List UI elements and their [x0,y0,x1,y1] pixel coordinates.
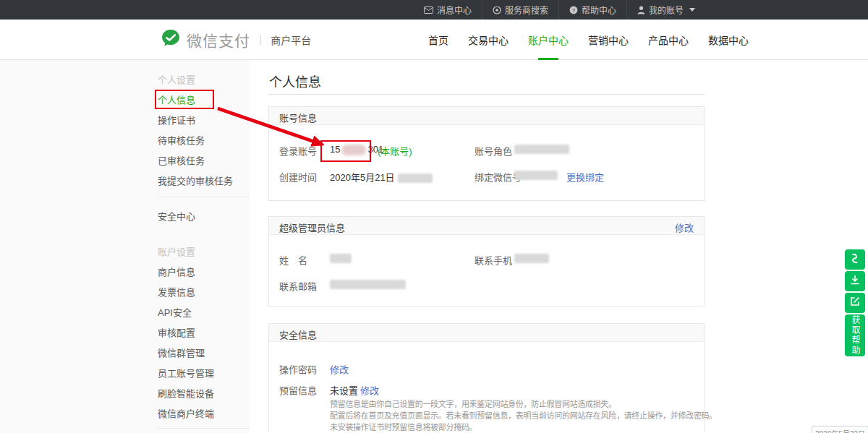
sidebar-item-my-submitted-tasks[interactable]: 我提交的审核任务 [158,173,233,187]
sidebar-item-api-security[interactable]: API安全 [158,305,192,319]
help-center-item[interactable]: ? 帮助中心 [558,0,626,20]
service-provider-search-item[interactable]: 服务商搜索 [482,0,558,20]
header: 微信支付 | 商户平台 首页 交易中心 账户中心 营销中心 产品中心 数据中心 [0,20,868,60]
reserved-info-notes: 预留信息是由你自己设置的一段文字，用来鉴定网站身份，防止假冒网站造成损失。 配置… [330,398,717,433]
svg-text:?: ? [572,7,576,14]
sidebar-item-reviewed-tasks[interactable]: 已审核任务 [158,153,205,167]
message-center-label: 消息中心 [437,4,472,16]
sidebar-item-merchant-info[interactable]: 商户信息 [158,265,195,278]
title-rule [269,94,705,95]
wechat-pay-logo-icon [161,28,181,51]
account-info-title: 账号信息 [279,111,317,124]
security-info-title: 安全信息 [279,327,317,341]
my-account-item[interactable]: 我的账号 [626,0,705,20]
my-account-label: 我的账号 [649,4,684,16]
account-info-card-header: 账号信息 [269,107,704,125]
download-icon [850,275,860,288]
topbar-menu: 消息中心 服务商搜索 ? 帮助中心 我的账号 [414,0,705,20]
super-admin-title: 超级管理员信息 [279,220,345,234]
change-binding-link[interactable]: 更换绑定 [566,170,604,184]
security-info-card: 安全信息 操作密码 修改 预留信息 未设置 修改 预留信息是由你自己设置的一段文… [268,323,705,433]
sidebar-item-personal-info[interactable]: 个人信息 [158,93,195,106]
masked-email [330,280,406,289]
sidebar-item-invoice-info[interactable]: 发票信息 [158,285,195,299]
hotline-icon [850,253,860,267]
account-role-label: 账号角色 [475,144,512,158]
brand[interactable]: 微信支付 | 商户平台 [161,20,311,60]
created-time-label: 创建时间 [279,170,317,184]
message-center-item[interactable]: 消息中心 [414,0,482,20]
sidebar-group-personal-settings: 个人设置 [158,72,195,86]
current-account-tag: (本账号) [378,144,412,158]
get-help-label: 获取帮助 [851,315,859,356]
note-line: 未安装操作证书时预留信息将被部分掩码。 [330,421,717,433]
question-icon: ? [569,6,578,14]
active-nav-underline [538,58,558,60]
chevron-down-icon [689,8,695,12]
super-admin-card-header: 超级管理员信息 修改 [269,217,704,235]
sidebar-group-account-settings: 账户设置 [158,244,195,258]
page-title: 个人信息 [269,72,321,90]
sidebar-item-pending-review-tasks[interactable]: 待审核任务 [158,133,205,147]
merchant-platform-page: 消息中心 服务商搜索 ? 帮助中心 我的账号 [0,0,868,433]
sidebar-item-wechat-group-mgmt[interactable]: 微信群管理 [158,346,205,359]
feedback-button[interactable] [845,293,865,313]
note-line: 预留信息是由你自己设置的一段文字，用来鉴定网站身份，防止假冒网站造成损失。 [330,398,717,410]
masked-wechat-id [514,171,558,180]
portal-name: 商户平台 [271,33,311,47]
nav-account-center[interactable]: 账户中心 [528,20,569,60]
user-icon [637,6,645,14]
service-provider-search-label: 服务商搜索 [505,4,548,16]
super-admin-card: 超级管理员信息 修改 姓 名 联系手机 联系邮箱 [268,216,705,306]
get-help-button[interactable]: 获取帮助 [845,314,865,356]
sidebar-item-review-config[interactable]: 审核配置 [158,325,195,339]
main-nav: 首页 交易中心 账户中心 营销中心 产品中心 数据中心 [428,20,749,60]
brand-divider: | [259,33,262,46]
nav-home[interactable]: 首页 [428,20,448,60]
help-center-label: 帮助中心 [582,4,616,16]
floating-help-widget: 获取帮助 [845,249,865,356]
note-line: 配置后将在首页及充值页面显示。若未看到预留信息，表明当前访问的网站存在风险，请终… [330,410,717,421]
security-info-card-header: 安全信息 [269,324,704,342]
sidebar-item-operation-certificate[interactable]: 操作证书 [158,113,195,127]
operation-password-label: 操作密码 [279,362,317,376]
edit-icon [850,296,860,309]
contact-phone-label: 联系手机 [475,253,512,267]
reserved-info-value: 未设置 [330,383,358,397]
sidebar-item-face-smart-device[interactable]: 刷脸智能设备 [158,386,214,400]
search-icon [493,6,501,14]
created-time-value: 2020年5月21日 [330,170,433,184]
masked-created-time [398,173,433,183]
hotline-button[interactable] [845,249,865,270]
sidebar-item-staff-account-mgmt[interactable]: 员工账号管理 [158,366,214,380]
masked-login-digits [341,145,366,155]
masked-phone [514,254,549,263]
contact-email-label: 联系邮箱 [279,279,317,293]
brand-name: 微信支付 [187,29,250,51]
login-account-label: 登录账号 [279,144,317,158]
reserved-info-label: 预留信息 [279,383,317,397]
download-button[interactable] [845,271,865,291]
sidebar-item-wechat-merchant-terminal[interactable]: 微信商户终端 [158,406,214,420]
nav-data-center[interactable]: 数据中心 [708,20,749,60]
sidebar-divider [158,197,250,197]
login-account-value: 15301 [330,144,383,155]
nav-transaction-center[interactable]: 交易中心 [468,20,509,60]
super-admin-modify-link[interactable]: 修改 [675,220,694,234]
nav-marketing-center[interactable]: 营销中心 [588,20,629,60]
operation-password-modify-link[interactable]: 修改 [330,362,349,376]
masked-account-role [514,145,569,154]
reserved-info-modify-link[interactable]: 修改 [360,383,379,397]
name-label: 姓 名 [279,253,307,267]
envelope-icon [424,7,433,14]
sidebar-divider-bottom [158,428,250,429]
masked-name [330,254,352,263]
topbar: 消息中心 服务商搜索 ? 帮助中心 我的账号 [0,0,868,20]
sidebar-item-security-center[interactable]: 安全中心 [158,209,195,223]
date-tooltip: 2020年5月22日 [812,426,868,433]
account-info-card: 账号信息 登录账号 15301 (本账号) 账号角色 创建时间 2020年5月2… [268,106,705,201]
nav-product-center[interactable]: 产品中心 [648,20,689,60]
